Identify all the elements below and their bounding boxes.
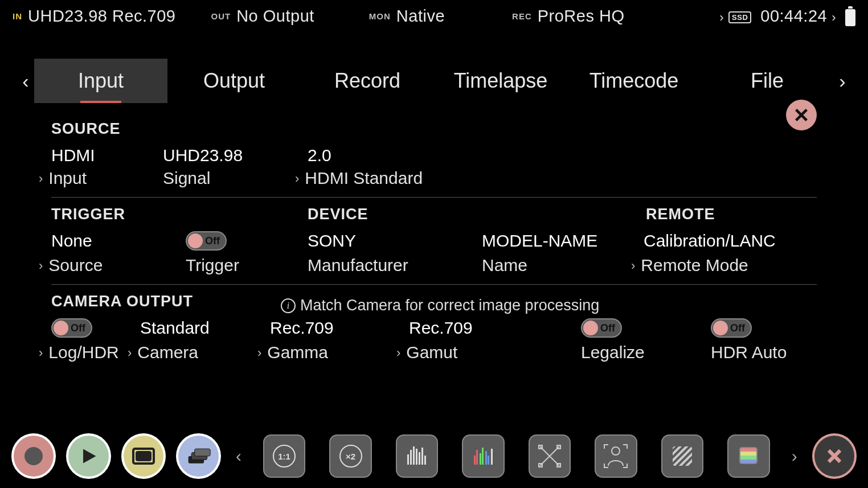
status-rec[interactable]: REC ProRes HQ xyxy=(445,7,624,26)
svg-rect-11 xyxy=(424,456,426,465)
loghdr-toggle[interactable]: Off xyxy=(51,318,92,338)
info-icon: i xyxy=(281,298,296,313)
status-out-tag: OUT xyxy=(211,11,231,21)
svg-rect-17 xyxy=(488,456,489,465)
source-hdmistd-button[interactable]: › HDMI Standard xyxy=(308,169,627,188)
focus-peaking-button[interactable] xyxy=(595,434,637,478)
status-rec-tag: REC xyxy=(512,11,532,21)
monitor-button[interactable] xyxy=(121,433,166,479)
status-in[interactable]: IN UHD23.98 Rec.709 xyxy=(13,7,175,26)
tab-timecode[interactable]: Timecode xyxy=(567,59,701,103)
false-color-button[interactable] xyxy=(727,434,769,478)
legalize-toggle-state: Off xyxy=(598,322,620,334)
status-mon-value: Native xyxy=(396,7,445,26)
false-color-icon xyxy=(735,443,761,469)
zebra-icon xyxy=(669,443,695,469)
camera-output-note: i Match Camera for correct image process… xyxy=(281,297,599,314)
layers-icon xyxy=(186,446,211,466)
status-bar: IN UHD23.98 Rec.709 OUT No Output MON Na… xyxy=(0,0,868,26)
gamma-value: Rec.709 xyxy=(270,318,409,339)
device-manufacturer-value: SONY xyxy=(308,231,482,252)
svg-rect-5 xyxy=(407,454,409,465)
hdrauto-toggle[interactable]: Off xyxy=(711,318,752,338)
tab-file[interactable]: File xyxy=(701,59,834,103)
svg-rect-13 xyxy=(476,450,478,465)
device-name-value: MODEL-NAME xyxy=(482,231,644,252)
settings-panel: SOURCE HDMI UHD23.98 2.0 › Input Signal … xyxy=(0,103,868,371)
toolbar-close-button[interactable] xyxy=(812,433,857,479)
zoom-1to1-button[interactable]: 1:1 xyxy=(263,434,305,478)
svg-rect-16 xyxy=(485,451,487,465)
section-camera-output-heading: CAMERA OUTPUT xyxy=(51,293,193,310)
tools-prev-button[interactable]: ‹ xyxy=(231,446,246,466)
tabs-prev-button[interactable]: ‹ xyxy=(17,70,34,92)
source-hdmistd-value: 2.0 xyxy=(308,146,627,165)
tab-output[interactable]: Output xyxy=(167,59,301,103)
rgb-parade-button[interactable] xyxy=(462,434,504,478)
section-trigger-heading: TRIGGER xyxy=(51,206,308,223)
remote-mode-button[interactable]: › Remote Mode xyxy=(644,256,776,275)
trigger-trigger-label: Trigger xyxy=(186,256,308,275)
chevron-right-icon: › xyxy=(295,171,299,186)
source-input-button[interactable]: › Input xyxy=(51,169,163,188)
record-button[interactable] xyxy=(11,433,56,479)
chevron-right-icon: › xyxy=(39,346,43,360)
close-panel-button[interactable] xyxy=(786,100,817,130)
chevron-right-icon: › xyxy=(128,346,132,360)
battery-icon[interactable] xyxy=(845,9,855,26)
chevron-right-icon: › xyxy=(396,346,400,360)
section-remote-heading: REMOTE xyxy=(646,206,715,223)
tab-timelapse[interactable]: Timelapse xyxy=(434,59,567,103)
status-mon[interactable]: MON Native xyxy=(314,7,445,26)
chevron-right-icon: › xyxy=(631,259,635,273)
svg-rect-28 xyxy=(740,456,757,460)
svg-rect-6 xyxy=(410,450,412,465)
chevron-right-icon[interactable]: › xyxy=(719,10,724,25)
gamut-button[interactable]: › Gamut xyxy=(409,343,581,362)
svg-rect-8 xyxy=(416,449,417,465)
loghdr-toggle-state: Off xyxy=(68,322,90,334)
device-manufacturer-label: Manufacturer xyxy=(308,256,482,275)
chevron-right-icon[interactable]: › xyxy=(832,10,836,25)
timecode-value[interactable]: 00:44:24 xyxy=(760,7,827,26)
toggle-knob-icon xyxy=(54,321,68,335)
trigger-toggle[interactable]: Off xyxy=(186,231,227,251)
vectorscope-icon xyxy=(537,443,563,469)
svg-rect-7 xyxy=(413,446,415,465)
vectorscope-button[interactable] xyxy=(529,434,571,478)
zebra-button[interactable] xyxy=(661,434,703,478)
svg-point-23 xyxy=(612,447,620,455)
settings-tabs: ‹ Input Output Record Timelapse Timecode… xyxy=(0,59,868,103)
waveform-button[interactable] xyxy=(396,434,438,478)
record-icon xyxy=(24,447,43,465)
status-mon-tag: MON xyxy=(369,11,391,21)
edit-button[interactable] xyxy=(176,433,220,479)
tabs-next-button[interactable]: › xyxy=(834,70,851,92)
remote-mode-value: Calibration/LANC xyxy=(644,231,776,252)
tools-next-button[interactable]: › xyxy=(787,446,802,466)
trigger-source-value: None xyxy=(51,231,186,252)
legalize-toggle[interactable]: Off xyxy=(581,318,622,338)
svg-rect-10 xyxy=(421,448,423,465)
gamut-value: Rec.709 xyxy=(409,318,581,339)
svg-rect-1 xyxy=(137,452,150,460)
source-input-value: HDMI xyxy=(51,146,163,165)
chevron-right-icon: › xyxy=(39,171,43,186)
source-signal-value: UHD23.98 xyxy=(163,146,308,165)
close-icon xyxy=(826,448,843,465)
svg-rect-15 xyxy=(482,448,484,465)
camera-button[interactable]: › Camera xyxy=(140,343,270,362)
trigger-source-button[interactable]: › Source xyxy=(51,256,186,275)
zoom-2x-button[interactable]: ×2 xyxy=(329,434,371,478)
svg-rect-4 xyxy=(194,449,210,456)
tab-input[interactable]: Input xyxy=(34,59,167,103)
play-button[interactable] xyxy=(66,433,110,479)
tab-record[interactable]: Record xyxy=(301,59,434,103)
media-badge[interactable]: SSD xyxy=(728,11,751,23)
svg-rect-18 xyxy=(491,449,493,465)
status-out[interactable]: OUT No Output xyxy=(175,7,314,26)
play-icon xyxy=(80,446,97,466)
gamma-button[interactable]: › Gamma xyxy=(270,343,409,362)
loghdr-button[interactable]: › Log/HDR xyxy=(51,343,140,362)
section-source-heading: SOURCE xyxy=(51,120,817,138)
